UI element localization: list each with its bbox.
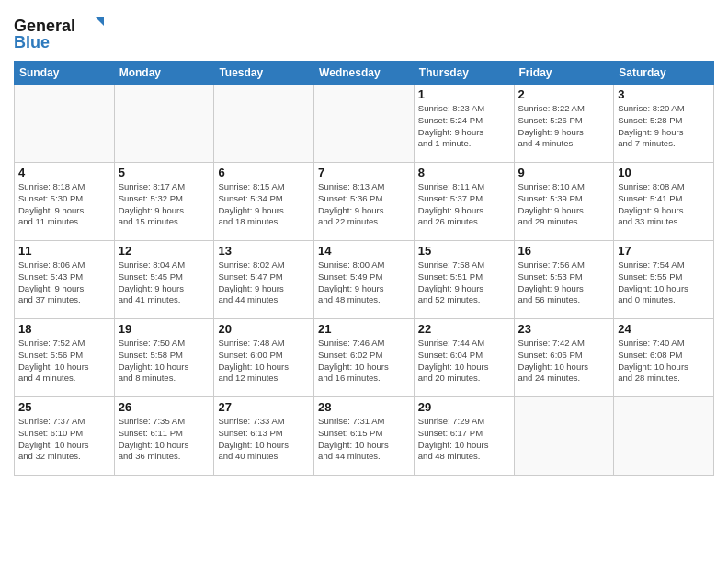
day-number: 3 (618, 87, 710, 101)
calendar-table: SundayMondayTuesdayWednesdayThursdayFrid… (14, 61, 714, 476)
day-number: 2 (518, 87, 610, 101)
calendar-week-row: 25Sunrise: 7:37 AM Sunset: 6:10 PM Dayli… (15, 397, 714, 476)
day-number: 27 (218, 400, 310, 414)
calendar-cell: 21Sunrise: 7:46 AM Sunset: 6:02 PM Dayli… (314, 319, 415, 397)
day-info: Sunrise: 7:31 AM Sunset: 6:15 PM Dayligh… (318, 416, 410, 463)
day-number: 22 (418, 322, 510, 336)
calendar-cell: 16Sunrise: 7:56 AM Sunset: 5:53 PM Dayli… (514, 241, 614, 319)
day-number: 8 (418, 166, 510, 179)
day-number: 21 (318, 322, 410, 336)
day-info: Sunrise: 7:40 AM Sunset: 6:08 PM Dayligh… (618, 338, 710, 385)
day-info: Sunrise: 7:37 AM Sunset: 6:10 PM Dayligh… (18, 416, 110, 463)
day-info: Sunrise: 7:58 AM Sunset: 5:51 PM Dayligh… (418, 259, 510, 306)
calendar-cell: 19Sunrise: 7:50 AM Sunset: 5:58 PM Dayli… (114, 319, 214, 397)
calendar-cell: 18Sunrise: 7:52 AM Sunset: 5:56 PM Dayli… (15, 319, 115, 397)
calendar-cell (614, 397, 714, 476)
day-info: Sunrise: 8:04 AM Sunset: 5:45 PM Dayligh… (119, 259, 210, 306)
day-info: Sunrise: 7:35 AM Sunset: 6:11 PM Dayligh… (119, 416, 210, 463)
day-number: 26 (119, 400, 210, 414)
day-number: 1 (418, 87, 510, 101)
day-number: 17 (618, 244, 710, 258)
day-number: 24 (618, 322, 710, 336)
day-info: Sunrise: 8:06 AM Sunset: 5:43 PM Dayligh… (18, 259, 110, 306)
calendar-cell: 23Sunrise: 7:42 AM Sunset: 6:06 PM Dayli… (514, 319, 614, 397)
calendar-cell: 20Sunrise: 7:48 AM Sunset: 6:00 PM Dayli… (214, 319, 314, 397)
calendar-cell: 22Sunrise: 7:44 AM Sunset: 6:04 PM Dayli… (414, 319, 514, 397)
day-info: Sunrise: 7:48 AM Sunset: 6:00 PM Dayligh… (218, 338, 310, 385)
calendar-cell (114, 85, 214, 163)
day-number: 13 (218, 244, 310, 258)
calendar-cell (214, 85, 314, 163)
day-number: 11 (18, 244, 110, 258)
day-info: Sunrise: 8:23 AM Sunset: 5:24 PM Dayligh… (418, 103, 510, 150)
day-number: 20 (218, 322, 310, 336)
calendar-cell (314, 85, 415, 163)
day-info: Sunrise: 8:17 AM Sunset: 5:32 PM Dayligh… (119, 181, 210, 228)
svg-text:Blue: Blue (14, 33, 50, 52)
day-info: Sunrise: 7:56 AM Sunset: 5:53 PM Dayligh… (518, 259, 610, 306)
day-info: Sunrise: 8:15 AM Sunset: 5:34 PM Dayligh… (218, 181, 310, 228)
day-info: Sunrise: 8:10 AM Sunset: 5:39 PM Dayligh… (518, 181, 610, 228)
calendar-cell (15, 85, 115, 163)
day-info: Sunrise: 8:20 AM Sunset: 5:28 PM Dayligh… (618, 103, 710, 150)
day-info: Sunrise: 7:46 AM Sunset: 6:02 PM Dayligh… (318, 338, 410, 385)
weekday-header: Friday (514, 62, 614, 85)
day-info: Sunrise: 7:29 AM Sunset: 6:17 PM Dayligh… (418, 416, 510, 463)
day-number: 14 (318, 244, 410, 258)
svg-text:General: General (14, 17, 75, 35)
calendar-cell (514, 397, 614, 476)
day-number: 16 (518, 244, 610, 258)
calendar-cell: 28Sunrise: 7:31 AM Sunset: 6:15 PM Dayli… (314, 397, 415, 476)
day-info: Sunrise: 8:13 AM Sunset: 5:36 PM Dayligh… (318, 181, 410, 228)
calendar-cell: 8Sunrise: 8:11 AM Sunset: 5:37 PM Daylig… (414, 163, 514, 241)
page: General Blue SundayMondayTuesdayWednesda… (0, 0, 728, 563)
day-info: Sunrise: 7:33 AM Sunset: 6:13 PM Dayligh… (218, 416, 310, 463)
weekday-header: Tuesday (214, 62, 314, 85)
day-info: Sunrise: 8:08 AM Sunset: 5:41 PM Dayligh… (618, 181, 710, 228)
day-info: Sunrise: 8:00 AM Sunset: 5:49 PM Dayligh… (318, 259, 410, 306)
calendar-cell: 27Sunrise: 7:33 AM Sunset: 6:13 PM Dayli… (214, 397, 314, 476)
calendar-week-row: 18Sunrise: 7:52 AM Sunset: 5:56 PM Dayli… (15, 319, 714, 397)
day-number: 4 (18, 166, 110, 179)
day-number: 29 (418, 400, 510, 414)
svg-marker-1 (95, 17, 104, 26)
day-number: 19 (119, 322, 210, 336)
calendar-cell: 15Sunrise: 7:58 AM Sunset: 5:51 PM Dayli… (414, 241, 514, 319)
day-info: Sunrise: 7:52 AM Sunset: 5:56 PM Dayligh… (18, 338, 110, 385)
calendar-cell: 11Sunrise: 8:06 AM Sunset: 5:43 PM Dayli… (15, 241, 115, 319)
day-info: Sunrise: 8:22 AM Sunset: 5:26 PM Dayligh… (518, 103, 610, 150)
day-number: 18 (18, 322, 110, 336)
calendar-week-row: 1Sunrise: 8:23 AM Sunset: 5:24 PM Daylig… (15, 85, 714, 163)
day-number: 28 (318, 400, 410, 414)
calendar-cell: 5Sunrise: 8:17 AM Sunset: 5:32 PM Daylig… (114, 163, 214, 241)
calendar-cell: 29Sunrise: 7:29 AM Sunset: 6:17 PM Dayli… (414, 397, 514, 476)
day-number: 9 (518, 166, 610, 179)
calendar-cell: 1Sunrise: 8:23 AM Sunset: 5:24 PM Daylig… (414, 85, 514, 163)
calendar-cell: 4Sunrise: 8:18 AM Sunset: 5:30 PM Daylig… (15, 163, 115, 241)
calendar-cell: 3Sunrise: 8:20 AM Sunset: 5:28 PM Daylig… (614, 85, 714, 163)
calendar-cell: 24Sunrise: 7:40 AM Sunset: 6:08 PM Dayli… (614, 319, 714, 397)
day-number: 25 (18, 400, 110, 414)
day-info: Sunrise: 8:18 AM Sunset: 5:30 PM Dayligh… (18, 181, 110, 228)
calendar-cell: 17Sunrise: 7:54 AM Sunset: 5:55 PM Dayli… (614, 241, 714, 319)
day-number: 7 (318, 166, 410, 179)
day-number: 5 (119, 166, 210, 179)
weekday-header: Sunday (15, 62, 115, 85)
calendar-cell: 2Sunrise: 8:22 AM Sunset: 5:26 PM Daylig… (514, 85, 614, 163)
day-info: Sunrise: 8:02 AM Sunset: 5:47 PM Dayligh… (218, 259, 310, 306)
weekday-header: Monday (114, 62, 214, 85)
day-number: 23 (518, 322, 610, 336)
calendar-cell: 26Sunrise: 7:35 AM Sunset: 6:11 PM Dayli… (114, 397, 214, 476)
weekday-row: SundayMondayTuesdayWednesdayThursdayFrid… (15, 62, 714, 85)
day-number: 15 (418, 244, 510, 258)
day-info: Sunrise: 8:11 AM Sunset: 5:37 PM Dayligh… (418, 181, 510, 228)
calendar-header: SundayMondayTuesdayWednesdayThursdayFrid… (15, 62, 714, 85)
day-info: Sunrise: 7:54 AM Sunset: 5:55 PM Dayligh… (618, 259, 710, 306)
calendar-cell: 10Sunrise: 8:08 AM Sunset: 5:41 PM Dayli… (614, 163, 714, 241)
day-number: 12 (119, 244, 210, 258)
calendar-cell: 7Sunrise: 8:13 AM Sunset: 5:36 PM Daylig… (314, 163, 415, 241)
calendar-cell: 25Sunrise: 7:37 AM Sunset: 6:10 PM Dayli… (15, 397, 115, 476)
calendar-cell: 14Sunrise: 8:00 AM Sunset: 5:49 PM Dayli… (314, 241, 415, 319)
weekday-header: Thursday (414, 62, 514, 85)
logo: General Blue (14, 13, 115, 57)
